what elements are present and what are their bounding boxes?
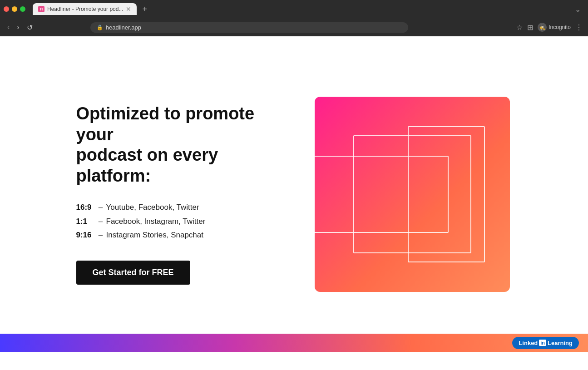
- linkedin-in-badge: in: [539, 340, 546, 346]
- dash-169: –: [95, 201, 106, 215]
- page-content: Optimized to promote your podcast on eve…: [0, 36, 588, 352]
- ratio-169: 16:9: [76, 201, 95, 215]
- headline: Optimized to promote your podcast on eve…: [76, 104, 294, 186]
- platforms-11: Facebook, Instagram, Twitter: [106, 215, 206, 229]
- list-item: 1:1 – Facebook, Instagram, Twitter: [76, 215, 294, 229]
- forward-button[interactable]: ›: [15, 22, 21, 32]
- cta-button[interactable]: Get Started for FREE: [76, 261, 190, 285]
- tab-overflow-icon[interactable]: ⌄: [571, 3, 584, 15]
- right-section: [312, 97, 512, 292]
- tab-close-icon[interactable]: ✕: [126, 6, 131, 12]
- toolbar-right: ☆ ⊞ 🕵 Incognito ⋮: [516, 23, 583, 32]
- tab-bar: H Headliner - Promote your pod... ✕ + ⌄: [0, 0, 588, 18]
- left-section: Optimized to promote your podcast on eve…: [76, 104, 312, 285]
- lock-icon: 🔒: [97, 25, 103, 30]
- incognito-badge: 🕵 Incognito: [538, 23, 571, 32]
- browser-chrome: H Headliner - Promote your pod... ✕ + ⌄ …: [0, 0, 588, 36]
- bookmark-icon[interactable]: ☆: [516, 23, 523, 32]
- url-text: headliner.app: [106, 24, 141, 31]
- minimize-button[interactable]: [12, 6, 17, 12]
- browser-menu-icon[interactable]: ⋮: [575, 23, 583, 32]
- platforms-916: Instagram Stories, Snapchat: [106, 228, 204, 242]
- dash-11: –: [95, 215, 106, 229]
- tab-title: Headliner - Promote your pod...: [47, 6, 123, 12]
- headline-line1: Optimized to promote your: [76, 104, 255, 144]
- headline-line2: podcast on every platform:: [76, 145, 218, 185]
- hero-graphic: [315, 97, 510, 292]
- address-bar: ‹ › ↺ 🔒 headliner.app ☆ ⊞ 🕵 Incognito ⋮: [0, 18, 588, 36]
- dash-916: –: [95, 228, 106, 242]
- close-button[interactable]: [4, 6, 9, 12]
- active-tab[interactable]: H Headliner - Promote your pod... ✕: [33, 3, 137, 15]
- incognito-icon: 🕵: [538, 23, 547, 32]
- new-tab-button[interactable]: +: [138, 3, 151, 16]
- window-controls: [4, 6, 25, 12]
- url-bar[interactable]: 🔒 headliner.app: [90, 22, 408, 33]
- list-item: 9:16 – Instagram Stories, Snapchat: [76, 228, 294, 242]
- linkedin-badge[interactable]: Linked in Learning: [512, 337, 579, 349]
- reload-button[interactable]: ↺: [25, 22, 35, 33]
- platforms-169: Youtube, Facebook, Twitter: [106, 201, 199, 215]
- linkedin-learning-text: Learning: [548, 340, 573, 346]
- tab-favicon: H: [38, 6, 44, 12]
- maximize-button[interactable]: [20, 6, 25, 12]
- back-button[interactable]: ‹: [5, 22, 11, 32]
- incognito-label: Incognito: [548, 24, 571, 30]
- list-item: 16:9 – Youtube, Facebook, Twitter: [76, 201, 294, 215]
- linkedin-linked-text: Linked: [519, 340, 538, 346]
- ratio-11: 1:1: [76, 215, 95, 229]
- rect-tall-916: [408, 126, 485, 262]
- extensions-icon[interactable]: ⊞: [527, 23, 533, 32]
- ratio-916: 9:16: [76, 228, 95, 242]
- linkedin-footer: Linked in Learning: [0, 334, 588, 352]
- platform-list: 16:9 – Youtube, Facebook, Twitter 1:1 – …: [76, 201, 294, 242]
